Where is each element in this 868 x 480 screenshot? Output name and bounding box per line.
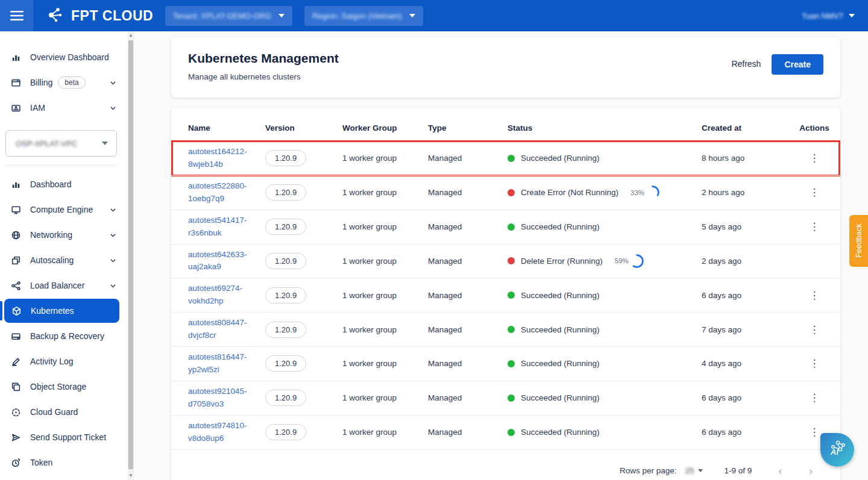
table-row[interactable]: autotest816447-yp2wl5zi 1.20.9 1 worker … — [171, 346, 840, 381]
sidebar-item-label: Token — [30, 458, 52, 467]
region-dropdown[interactable]: Region: Saigon (Vietnam) — [304, 6, 423, 26]
scroll-up-arrow-icon[interactable]: ▲ — [128, 31, 134, 40]
kebab-menu-icon[interactable]: ⋮ — [805, 390, 825, 405]
table-row[interactable]: autotest974810-v8do8up6 1.20.9 1 worker … — [171, 415, 840, 449]
sidebar-item-token[interactable]: Token — [0, 450, 124, 475]
version-badge: 1.20.9 — [265, 390, 306, 406]
sidebar-item-object-storage[interactable]: Object Storage — [0, 374, 124, 399]
page-header-text: Kubernetes Management Manage all kuberne… — [188, 51, 339, 81]
sidebar-item-compute-engine[interactable]: Compute Engine — [0, 197, 124, 222]
sidebar-item-label: Overview Dashboard — [30, 52, 109, 62]
sidebar-item-activity-log[interactable]: Activity Log — [0, 349, 124, 374]
next-page-button[interactable]: › — [803, 463, 819, 479]
page-title: Kubernetes Management — [188, 51, 339, 66]
version-badge: 1.20.9 — [265, 322, 306, 338]
rows-per-page-value[interactable]: 25 — [685, 466, 694, 475]
type-cell: Managed — [428, 359, 506, 368]
refresh-button[interactable]: Refresh — [730, 54, 762, 73]
worker-group-cell: 1 worker group — [342, 154, 427, 163]
sidebar-scrollbar[interactable]: ▲ ▼ — [128, 31, 134, 480]
kebab-menu-icon[interactable]: ⋮ — [805, 185, 825, 200]
hamburger-menu-button[interactable] — [0, 0, 33, 31]
table-row[interactable]: autotest541417-r3s6nbuk 1.20.9 1 worker … — [171, 210, 840, 244]
progress-arc-icon — [629, 254, 644, 269]
status-dot-icon — [508, 223, 515, 231]
sidebar-item-networking[interactable]: Networking — [0, 222, 124, 248]
copy-icon — [11, 382, 21, 392]
status-dot-icon — [508, 291, 515, 299]
chevron-down-icon[interactable] — [698, 469, 703, 472]
feedback-tab[interactable]: Feedback — [849, 215, 868, 267]
clusters-table-card: NameVersionWorker GroupTypeStatusCreated… — [171, 107, 840, 480]
kebab-menu-icon[interactable]: ⋮ — [805, 219, 825, 234]
created-at-cell: 6 days ago — [702, 393, 792, 402]
vpc-selector[interactable]: OSP-XPLAT-VPC — [5, 130, 117, 157]
table-row[interactable]: autotest522880-1oebg7q9 1.20.9 1 worker … — [171, 175, 840, 210]
table-row[interactable]: autotest642633-uaj2aka9 1.20.9 1 worker … — [171, 244, 840, 278]
sidebar-group-account: Overview Dashboard Billing beta IAM — [0, 45, 128, 120]
guard-circle-icon — [11, 407, 21, 417]
cluster-name-link[interactable]: autotest164212-8wjeb14b — [188, 147, 247, 169]
create-button[interactable]: Create — [772, 54, 823, 75]
fpt-cloud-logo[interactable]: FPT CLOUD — [46, 5, 153, 26]
cluster-name-link[interactable]: autotest69274-vokhd2hp — [188, 284, 242, 305]
actions-cell: ⋮ — [793, 185, 835, 200]
sidebar-item-cloud-guard[interactable]: Cloud Guard — [0, 399, 124, 425]
column-header-version: Version — [265, 123, 341, 132]
progress-percent: 33% — [631, 189, 644, 196]
sidebar-item-overview-dashboard[interactable]: Overview Dashboard — [0, 45, 124, 70]
cluster-name-link[interactable]: autotest642633-uaj2aka9 — [188, 250, 247, 272]
cluster-name-link[interactable]: autotest522880-1oebg7q9 — [188, 181, 247, 203]
sidebar-item-dashboard[interactable]: Dashboard — [0, 172, 124, 197]
user-menu[interactable]: Tuan NMV7 — [802, 11, 855, 20]
type-cell: Managed — [428, 325, 506, 334]
cluster-name-link[interactable]: autotest816447-yp2wl5zi — [188, 352, 247, 374]
sidebar: Overview Dashboard Billing beta IAM OSP-… — [0, 31, 134, 480]
sidebar-item-send-support-ticket[interactable]: Send Support Ticket — [0, 425, 124, 450]
table-row[interactable]: autotest164212-8wjeb14b 1.20.9 1 worker … — [171, 141, 840, 175]
status-label: Succeeded (Running) — [521, 393, 600, 402]
sidebar-item-kubernetes[interactable]: Kubernetes — [4, 299, 119, 323]
chevron-down-icon — [109, 231, 117, 239]
previous-page-button[interactable]: ‹ — [772, 463, 788, 479]
ai-chat-fab[interactable]: AI — [820, 433, 854, 467]
table-row[interactable]: autotest69274-vokhd2hp 1.20.9 1 worker g… — [171, 278, 840, 312]
tenant-label: Tenant: XPLAT-DEMO-ORG — [173, 11, 271, 20]
cluster-name-link[interactable]: autotest808447-dvjcf8cr — [188, 318, 247, 340]
type-cell: Managed — [428, 154, 506, 163]
status-cell: Succeeded (Running) — [508, 393, 700, 402]
kebab-menu-icon[interactable]: ⋮ — [805, 356, 825, 371]
sidebar-item-load-balancer[interactable]: Load Balancer — [0, 273, 124, 298]
sidebar-item-autoscaling[interactable]: Autoscaling — [0, 248, 124, 273]
type-cell: Managed — [428, 393, 506, 402]
cluster-name-link[interactable]: autotest974810-v8do8up6 — [188, 421, 247, 443]
rows-per-page-label: Rows per page: — [620, 466, 677, 475]
topbar: FPT CLOUD Tenant: XPLAT-DEMO-ORG Region:… — [0, 0, 868, 31]
node-cluster-icon — [11, 281, 21, 291]
sidebar-item-backup-recovery[interactable]: Backup & Recovery — [0, 323, 124, 349]
table-row[interactable]: autotest921045-d7058vo3 1.20.9 1 worker … — [171, 381, 840, 415]
actions-cell: ⋮ — [793, 322, 835, 337]
kebab-menu-icon[interactable]: ⋮ — [805, 288, 825, 303]
kebab-menu-icon[interactable]: ⋮ — [805, 322, 825, 337]
sidebar-item-billing[interactable]: Billing beta — [0, 70, 124, 95]
actions-cell: ⋮ — [793, 219, 835, 234]
status-label: Succeeded (Running) — [521, 325, 600, 334]
region-label: Region: Saigon (Vietnam) — [312, 11, 402, 20]
sidebar-item-iam[interactable]: IAM — [0, 95, 124, 120]
page-subtitle: Manage all kubernetes clusters — [188, 72, 339, 81]
sidebar-item-label: Activity Log — [30, 357, 74, 366]
tenant-dropdown[interactable]: Tenant: XPLAT-DEMO-ORG — [165, 6, 292, 26]
sidebar-item-label: IAM — [30, 103, 45, 113]
created-at-cell: 2 days ago — [702, 257, 792, 266]
scrollbar-thumb[interactable] — [128, 40, 133, 469]
chevron-down-icon — [109, 282, 117, 290]
kebab-menu-icon[interactable]: ⋮ — [805, 151, 825, 166]
type-cell: Managed — [428, 428, 506, 437]
cluster-name-link[interactable]: autotest541417-r3s6nbuk — [188, 216, 247, 237]
type-cell: Managed — [428, 222, 506, 231]
table-row[interactable]: autotest808447-dvjcf8cr 1.20.9 1 worker … — [171, 312, 840, 346]
scroll-down-arrow-icon[interactable]: ▼ — [128, 472, 134, 480]
vpc-selector-value: OSP-XPLAT-VPC — [16, 139, 77, 148]
cluster-name-link[interactable]: autotest921045-d7058vo3 — [188, 387, 247, 408]
